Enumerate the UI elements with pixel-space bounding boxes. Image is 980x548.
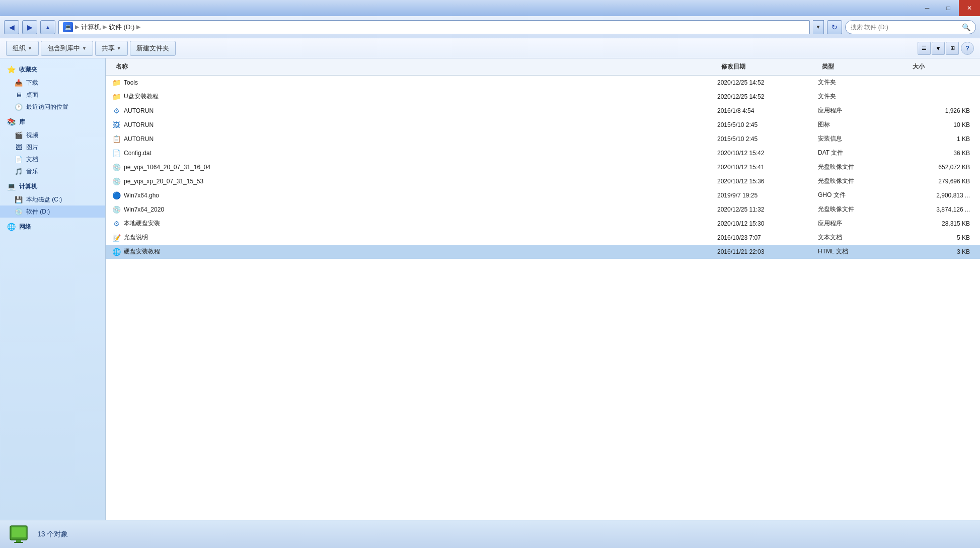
- favorites-icon: ⭐: [6, 64, 16, 75]
- file-name-cell: 🖼 AUTORUN: [112, 120, 717, 129]
- organize-button[interactable]: 组织 ▼: [6, 41, 39, 56]
- table-row[interactable]: 💿 Win7x64_2020 2020/12/25 11:32 光盘映像文件 3…: [106, 202, 980, 217]
- col-name[interactable]: 名称: [112, 60, 717, 73]
- preview-button[interactable]: ⊞: [946, 42, 959, 55]
- exe-file-icon: ⚙: [112, 106, 121, 115]
- path-sep-2: ▶: [103, 24, 107, 30]
- sidebar-header-favorites[interactable]: ⭐ 收藏夹: [0, 62, 105, 77]
- sidebar-item-video[interactable]: 🎬 视频: [0, 129, 105, 141]
- sidebar-header-network[interactable]: 🌐 网络: [0, 220, 105, 234]
- minimize-button[interactable]: ─: [917, 0, 938, 16]
- close-button[interactable]: ✕: [959, 0, 980, 16]
- file-size: 10 KB: [909, 121, 974, 128]
- file-name-cell: 📝 光盘说明: [112, 233, 717, 242]
- address-path[interactable]: 💻 ▶ 计算机 ▶ 软件 (D:) ▶: [58, 20, 810, 34]
- c-drive-icon: 💾: [14, 195, 23, 204]
- sidebar-item-music[interactable]: 🎵 音乐: [0, 165, 105, 177]
- table-row[interactable]: 🌐 硬盘安装教程 2016/11/21 22:03 HTML 文档 3 KB: [106, 245, 980, 259]
- organize-label: 组织: [13, 44, 26, 53]
- file-modified: 2020/12/25 11:32: [717, 206, 818, 213]
- desktop-icon: 🖥: [14, 90, 23, 99]
- table-row[interactable]: 💿 pe_yqs_1064_20_07_31_16_04 2020/10/12 …: [106, 160, 980, 174]
- file-type: 光盘映像文件: [818, 163, 909, 171]
- share-button[interactable]: 共享 ▼: [95, 41, 128, 56]
- include-in-library-button[interactable]: 包含到库中 ▼: [41, 41, 93, 56]
- table-row[interactable]: ⚙ AUTORUN 2016/1/8 4:54 应用程序 1,926 KB: [106, 104, 980, 118]
- inf-file-icon: 📋: [112, 134, 121, 144]
- sidebar-item-desktop[interactable]: 🖥 桌面: [0, 89, 105, 101]
- toolbar: 组织 ▼ 包含到库中 ▼ 共享 ▼ 新建文件夹 ☰ ▼ ⊞ ?: [0, 38, 980, 58]
- new-folder-label: 新建文件夹: [136, 44, 169, 53]
- table-row[interactable]: 🖼 AUTORUN 2015/5/10 2:45 图标 10 KB: [106, 118, 980, 132]
- c-drive-label: 本地磁盘 (C:): [26, 195, 62, 204]
- up-button[interactable]: ▲: [40, 20, 55, 34]
- maximize-button[interactable]: □: [938, 0, 959, 16]
- file-size: 3,874,126 ...: [909, 206, 974, 213]
- sidebar-header-library[interactable]: 📚 库: [0, 115, 105, 129]
- search-input[interactable]: [851, 24, 959, 31]
- file-type: 应用程序: [818, 219, 909, 228]
- organize-chevron: ▼: [28, 46, 32, 51]
- folder-file-icon: 📁: [112, 92, 121, 101]
- file-name: AUTORUN: [124, 135, 154, 143]
- folder-file-icon: 📁: [112, 78, 121, 87]
- file-name-cell: 📋 AUTORUN: [112, 134, 717, 144]
- sidebar-section-computer: 💻 计算机 💾 本地磁盘 (C:) 💿 软件 (D:): [0, 179, 105, 218]
- sidebar-item-recent[interactable]: 🕐 最近访问的位置: [0, 101, 105, 113]
- pictures-label: 图片: [26, 143, 38, 152]
- new-folder-button[interactable]: 新建文件夹: [130, 41, 176, 56]
- download-label: 下载: [26, 79, 38, 87]
- file-modified: 2015/5/10 2:45: [717, 121, 818, 128]
- refresh-button[interactable]: ↻: [827, 20, 842, 34]
- table-row[interactable]: 💿 pe_yqs_xp_20_07_31_15_53 2020/10/12 15…: [106, 174, 980, 188]
- exe-file-icon: ⚙: [112, 219, 121, 228]
- file-type: GHO 文件: [818, 191, 909, 199]
- library-label: 库: [19, 118, 25, 126]
- file-type: 应用程序: [818, 106, 909, 115]
- file-name: U盘安装教程: [124, 92, 159, 101]
- table-row[interactable]: 📋 AUTORUN 2015/5/10 2:45 安装信息 1 KB: [106, 132, 980, 146]
- network-label: 网络: [19, 223, 31, 231]
- sidebar-item-pictures[interactable]: 🖼 图片: [0, 141, 105, 153]
- table-row[interactable]: 📝 光盘说明 2016/10/23 7:07 文本文档 5 KB: [106, 231, 980, 245]
- view-dropdown-button[interactable]: ☰: [918, 42, 931, 55]
- view-chevron-button[interactable]: ▼: [932, 42, 945, 55]
- include-label: 包含到库中: [47, 44, 80, 53]
- help-button[interactable]: ?: [961, 42, 974, 55]
- file-size: 1 KB: [909, 135, 974, 143]
- file-type: 图标: [818, 120, 909, 129]
- computer-icon: 💻: [63, 22, 73, 32]
- col-size[interactable]: 大小: [909, 60, 974, 73]
- sidebar-item-d-drive[interactable]: 💿 软件 (D:): [0, 206, 105, 218]
- table-row[interactable]: 📄 Config.dat 2020/10/12 15:42 DAT 文件 36 …: [106, 146, 980, 160]
- sidebar-item-c-drive[interactable]: 💾 本地磁盘 (C:): [0, 193, 105, 206]
- file-size: 28,315 KB: [909, 220, 974, 227]
- sidebar-item-documents[interactable]: 📄 文档: [0, 153, 105, 165]
- sidebar-header-computer[interactable]: 💻 计算机: [0, 179, 105, 193]
- table-row[interactable]: 🔵 Win7x64.gho 2019/9/7 19:25 GHO 文件 2,90…: [106, 188, 980, 202]
- file-name-cell: 💿 pe_yqs_xp_20_07_31_15_53: [112, 177, 717, 186]
- desktop-label: 桌面: [26, 91, 38, 99]
- file-modified: 2016/11/21 22:03: [717, 248, 818, 255]
- sidebar-item-download[interactable]: 📥 下载: [0, 77, 105, 89]
- forward-button[interactable]: ▶: [22, 20, 37, 34]
- file-type: 文本文档: [818, 233, 909, 242]
- share-chevron: ▼: [117, 46, 121, 51]
- d-drive-label: 软件 (D:): [26, 208, 50, 216]
- file-size: 3 KB: [909, 248, 974, 255]
- table-row[interactable]: 📁 U盘安装教程 2020/12/25 14:52 文件夹: [106, 90, 980, 104]
- file-size: 5 KB: [909, 234, 974, 241]
- titlebar-buttons: ─ □ ✕: [917, 0, 980, 16]
- col-modified[interactable]: 修改日期: [717, 60, 818, 73]
- address-dropdown-button[interactable]: ▼: [813, 20, 824, 34]
- col-type[interactable]: 类型: [818, 60, 909, 73]
- file-list: 📁 Tools 2020/12/25 14:52 文件夹 📁 U盘安装教程 20…: [106, 76, 980, 520]
- sidebar-section-favorites: ⭐ 收藏夹 📥 下载 🖥 桌面 🕐 最近访问的位置: [0, 62, 105, 113]
- table-row[interactable]: ⚙ 本地硬盘安装 2020/10/12 15:30 应用程序 28,315 KB: [106, 217, 980, 231]
- file-type: 安装信息: [818, 134, 909, 143]
- table-row[interactable]: 📁 Tools 2020/12/25 14:52 文件夹: [106, 76, 980, 90]
- search-icon[interactable]: 🔍: [962, 23, 970, 31]
- music-label: 音乐: [26, 167, 38, 176]
- back-button[interactable]: ◀: [4, 20, 19, 34]
- file-modified: 2015/5/10 2:45: [717, 135, 818, 143]
